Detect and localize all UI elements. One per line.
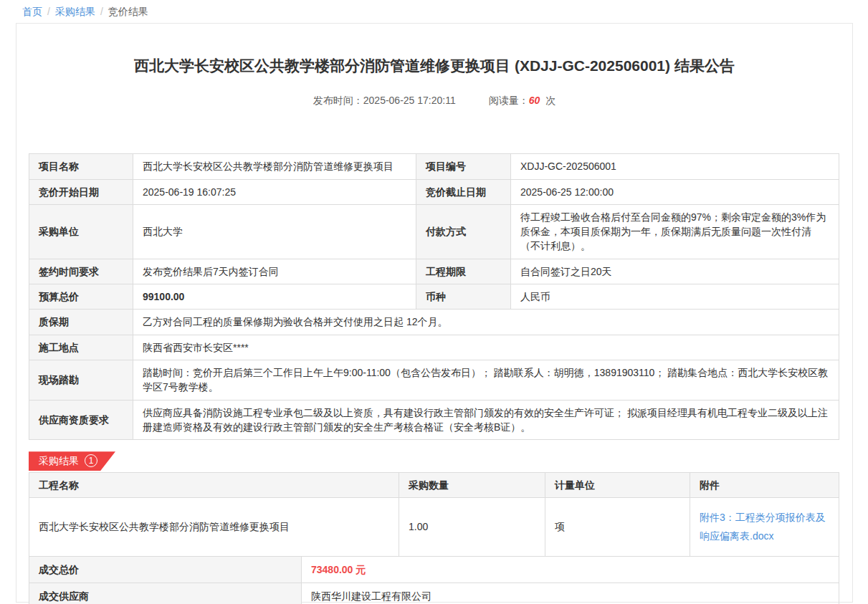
purchase-result-banner-label: 采购结果 bbox=[39, 455, 79, 466]
value-currency: 人民币 bbox=[511, 284, 839, 310]
result-table-row: 西北大学长安校区公共教学楼部分消防管道维修更换项目 1.00 项 附件3：工程类… bbox=[29, 498, 839, 556]
attachment-link[interactable]: 附件3：工程类分项报价表及响应偏离表.docx bbox=[700, 512, 826, 541]
table-row: 成交供应商 陕西华川建设工程有限公司 bbox=[29, 583, 839, 604]
table-row: 质保期 乙方对合同工程的质量保修期为验收合格并交付使用之日起 12个月。 bbox=[29, 310, 839, 335]
result-table-header-row: 工程名称 采购数量 计量单位 附件 bbox=[29, 473, 839, 498]
value-signing-time-requirement: 发布竞价结果后7天内签订合同 bbox=[133, 259, 416, 284]
purchase-result-table: 工程名称 采购数量 计量单位 附件 西北大学长安校区公共教学楼部分消防管道维修更… bbox=[29, 472, 839, 557]
label-project-number: 项目编号 bbox=[416, 154, 511, 179]
header-project-name: 工程名称 bbox=[29, 473, 399, 498]
table-row: 签约时间要求 发布竞价结果后7天内签订合同 工程期限 自合同签订之日20天 bbox=[29, 259, 839, 284]
breadcrumb: 首页/采购结果/竞价结果 bbox=[0, 0, 868, 23]
value-bid-deadline: 2025-06-25 12:00:00 bbox=[511, 179, 839, 204]
table-row: 施工地点 陕西省西安市长安区**** bbox=[29, 335, 839, 360]
breadcrumb-link-purchase-results[interactable]: 采购结果 bbox=[55, 6, 95, 17]
label-construction-site: 施工地点 bbox=[29, 335, 133, 360]
result-project-name: 西北大学长安校区公共教学楼部分消防管道维修更换项目 bbox=[29, 498, 399, 556]
table-row: 现场踏勘 踏勘时间：竞价开启后第三个工作日上午上午9:00-11:00（包含公告… bbox=[29, 360, 839, 400]
table-row: 项目名称 西北大学长安校区公共教学楼部分消防管道维修更换项目 项目编号 XDJJ… bbox=[29, 154, 839, 179]
table-row: 采购单位 西北大学 付款方式 待工程竣工验收合格后付至合同金额的97%；剩余审定… bbox=[29, 204, 839, 259]
table-row: 成交总价 73480.00 元 bbox=[29, 556, 839, 583]
value-project-number: XDJJ-GC-202506001 bbox=[511, 154, 839, 179]
value-winning-supplier: 陕西华川建设工程有限公司 bbox=[302, 583, 839, 604]
label-purchasing-unit: 采购单位 bbox=[29, 204, 133, 259]
header-purchase-quantity: 采购数量 bbox=[399, 473, 545, 498]
breadcrumb-separator: / bbox=[47, 6, 50, 17]
read-count-label: 阅读量： bbox=[489, 95, 529, 106]
label-warranty-period: 质保期 bbox=[29, 310, 133, 335]
announcement-meta: 发布时间：2025-06-25 17:20:11阅读量：60 次 bbox=[29, 95, 840, 107]
label-bid-deadline: 竞价截止日期 bbox=[416, 179, 511, 204]
label-deal-total-price: 成交总价 bbox=[29, 556, 302, 583]
value-supplier-qualification: 供应商应具备消防设施工程专业承包二级及以上资质，具有建设行政主管部门颁发的有效的… bbox=[133, 400, 839, 440]
value-purchasing-unit: 西北大学 bbox=[133, 204, 416, 259]
label-signing-time-requirement: 签约时间要求 bbox=[29, 259, 133, 284]
header-attachment: 附件 bbox=[690, 473, 839, 498]
result-quantity: 1.00 bbox=[399, 498, 545, 556]
label-budget-total: 预算总价 bbox=[29, 284, 133, 310]
label-project-duration: 工程期限 bbox=[416, 259, 511, 284]
deal-summary-table: 成交总价 73480.00 元 成交供应商 陕西华川建设工程有限公司 bbox=[29, 556, 839, 604]
header-measure-unit: 计量单位 bbox=[545, 473, 690, 498]
announcement-card: 西北大学长安校区公共教学楼部分消防管道维修更换项目 (XDJJ-GC-20250… bbox=[16, 23, 853, 603]
value-deal-total-price: 73480.00 元 bbox=[302, 556, 839, 583]
breadcrumb-link-home[interactable]: 首页 bbox=[22, 6, 42, 17]
label-project-name: 项目名称 bbox=[29, 154, 133, 179]
label-site-survey: 现场踏勘 bbox=[29, 360, 133, 400]
result-unit: 项 bbox=[545, 498, 690, 556]
label-currency: 币种 bbox=[416, 284, 511, 310]
project-info-table: 项目名称 西北大学长安校区公共教学楼部分消防管道维修更换项目 项目编号 XDJJ… bbox=[29, 153, 839, 440]
result-count-badge: 1 bbox=[85, 454, 97, 467]
value-site-survey: 踏勘时间：竞价开启后第三个工作日上午上午9:00-11:00（包含公告发布日）；… bbox=[133, 360, 839, 400]
table-row: 预算总价 99100.00 币种 人民币 bbox=[29, 284, 839, 310]
table-row: 供应商资质要求 供应商应具备消防设施工程专业承包二级及以上资质，具有建设行政主管… bbox=[29, 400, 839, 440]
publish-time-value: 2025-06-25 17:20:11 bbox=[363, 95, 456, 106]
value-construction-site: 陕西省西安市长安区**** bbox=[133, 335, 839, 360]
read-count-value: 60 bbox=[529, 95, 540, 106]
value-warranty-period: 乙方对合同工程的质量保修期为验收合格并交付使用之日起 12个月。 bbox=[133, 310, 839, 335]
table-row: 竞价开始日期 2025-06-19 16:07:25 竞价截止日期 2025-0… bbox=[29, 179, 839, 204]
value-bid-start-date: 2025-06-19 16:07:25 bbox=[133, 179, 416, 204]
breadcrumb-separator: / bbox=[100, 6, 103, 17]
value-payment-method: 待工程竣工验收合格后付至合同金额的97%；剩余审定金额的3%作为质保金，本项目质… bbox=[511, 204, 839, 259]
label-bid-start-date: 竞价开始日期 bbox=[29, 179, 133, 204]
value-project-duration: 自合同签订之日20天 bbox=[511, 259, 839, 284]
label-winning-supplier: 成交供应商 bbox=[29, 583, 302, 604]
value-budget-total: 99100.00 bbox=[133, 284, 416, 310]
read-count-unit: 次 bbox=[545, 95, 555, 106]
breadcrumb-current-bidding-results: 竞价结果 bbox=[108, 6, 148, 17]
label-payment-method: 付款方式 bbox=[416, 204, 511, 259]
page: 首页/采购结果/竞价结果 西北大学长安校区公共教学楼部分消防管道维修更换项目 (… bbox=[0, 0, 868, 604]
value-project-name: 西北大学长安校区公共教学楼部分消防管道维修更换项目 bbox=[133, 154, 416, 179]
label-supplier-qualification: 供应商资质要求 bbox=[29, 400, 133, 440]
page-title: 西北大学长安校区公共教学楼部分消防管道维修更换项目 (XDJJ-GC-20250… bbox=[36, 56, 833, 75]
publish-time-label: 发布时间： bbox=[313, 95, 363, 106]
purchase-result-banner: 采购结果1 bbox=[29, 451, 115, 471]
